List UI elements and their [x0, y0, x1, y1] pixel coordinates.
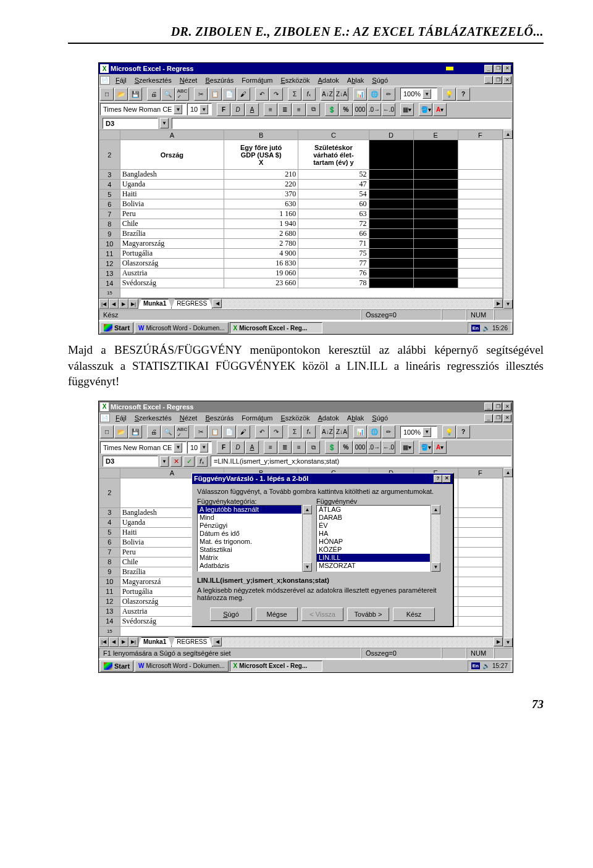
cell[interactable] — [458, 199, 502, 209]
cell[interactable] — [458, 527, 502, 537]
cell[interactable]: 19 060 — [224, 269, 298, 278]
preview-icon[interactable]: 🔍 — [161, 425, 175, 438]
spellcheck-icon[interactable]: ABC✓ — [175, 88, 189, 101]
cell[interactable] — [458, 259, 502, 269]
sort-desc-icon[interactable]: Z↓A — [335, 88, 348, 101]
close-button[interactable]: ✕ — [503, 403, 511, 411]
chart-icon[interactable]: 📊 — [353, 88, 367, 101]
taskbar-word[interactable]: WMicrosoft Word - Dokumen... — [135, 661, 229, 672]
menu-window[interactable]: Ablak — [343, 413, 368, 423]
cell[interactable] — [413, 239, 458, 249]
scroll-up-icon[interactable]: ▲ — [431, 505, 440, 514]
preview-icon[interactable]: 🔍 — [161, 88, 175, 101]
cell[interactable]: Svédország — [120, 278, 224, 288]
tipwizard-icon[interactable]: 💡 — [442, 425, 456, 438]
namebox-drop-icon[interactable]: ▼ — [160, 118, 169, 128]
cell[interactable] — [413, 170, 458, 180]
row-header[interactable]: 14 — [99, 616, 120, 626]
cell[interactable]: 63 — [298, 209, 369, 219]
new-icon[interactable]: □ — [100, 88, 114, 101]
col-c[interactable]: C — [298, 130, 369, 140]
menu-data[interactable]: Adatok — [314, 413, 343, 423]
workbook-icon[interactable]: 📄 — [100, 414, 110, 422]
cell[interactable]: 60 — [298, 199, 369, 209]
paste-icon[interactable]: 📄 — [222, 88, 236, 101]
doc-restore-button[interactable]: ❐ — [494, 414, 502, 422]
sheet-tab[interactable]: REGRESS — [171, 637, 212, 647]
scroll-left-icon[interactable]: ◀ — [212, 299, 222, 308]
align-center-icon[interactable]: ≣ — [278, 103, 292, 116]
cell[interactable] — [458, 219, 502, 229]
cell[interactable] — [369, 229, 413, 239]
zoom-combo[interactable]: 100%▼ — [400, 426, 437, 438]
cell[interactable] — [458, 140, 502, 170]
inc-dec-icon[interactable]: .0→ — [368, 441, 381, 454]
sheet-tab[interactable]: Munka1 — [138, 637, 172, 647]
kb-layout-icon[interactable]: En — [471, 325, 480, 332]
row-header[interactable]: 11 — [99, 249, 120, 259]
speaker-icon[interactable]: 🔊 — [482, 662, 490, 669]
formatpainter-icon[interactable]: 🖌 — [237, 425, 250, 438]
cell[interactable] — [458, 170, 502, 180]
function-icon[interactable]: fₓ — [302, 425, 316, 438]
row-header[interactable]: 14 — [99, 278, 120, 288]
cell[interactable]: Bangladesh — [120, 170, 224, 180]
cell[interactable]: 16 830 — [224, 259, 298, 269]
cell[interactable] — [369, 278, 413, 288]
system-tray[interactable]: En 🔊 15:27 — [468, 661, 511, 672]
maximize-button[interactable]: ❐ — [494, 65, 502, 73]
fontcolor-icon[interactable]: A▾ — [433, 441, 447, 454]
menu-tools[interactable]: Eszközök — [277, 413, 313, 423]
cell[interactable] — [369, 259, 413, 269]
scroll-left-icon[interactable]: ◀ — [212, 637, 222, 646]
cell[interactable] — [458, 229, 502, 239]
autosum-icon[interactable]: Σ — [288, 88, 301, 101]
menu-tools[interactable]: Eszközök — [277, 75, 313, 85]
print-icon[interactable]: 🖨 — [147, 425, 161, 438]
cell[interactable]: Ausztria — [120, 269, 224, 278]
zoom-combo[interactable]: 100%▼ — [400, 88, 437, 100]
row-header[interactable]: 9 — [99, 229, 120, 239]
maximize-button[interactable]: ❐ — [494, 403, 502, 411]
cell[interactable]: 76 — [298, 269, 369, 278]
open-icon[interactable]: 📂 — [114, 425, 128, 438]
align-left-icon[interactable]: ≡ — [264, 103, 277, 116]
cell[interactable] — [369, 170, 413, 180]
menu-insert[interactable]: Beszúrás — [201, 413, 237, 423]
start-button[interactable]: Start — [100, 322, 133, 333]
list-item[interactable]: Mind — [198, 514, 301, 522]
save-icon[interactable]: 💾 — [128, 425, 142, 438]
cell[interactable] — [413, 199, 458, 209]
cell[interactable] — [369, 209, 413, 219]
name-box[interactable]: D3 — [103, 456, 158, 467]
menu-help[interactable]: Súgó — [368, 413, 392, 423]
sort-desc-icon[interactable]: Z↓A — [335, 425, 348, 438]
open-icon[interactable]: 📂 — [114, 88, 128, 101]
menu-file[interactable]: Fájl — [112, 413, 130, 423]
scroll-down-icon[interactable]: ▼ — [431, 562, 440, 572]
menu-window[interactable]: Ablak — [343, 75, 368, 85]
scroll-up-icon[interactable]: ▲ — [303, 505, 312, 514]
namebox-drop-icon[interactable]: ▼ — [160, 456, 169, 467]
bold-icon[interactable]: F — [217, 103, 230, 116]
cell[interactable]: Bolivia — [120, 199, 224, 209]
underline-icon[interactable]: A — [245, 441, 259, 454]
cell[interactable]: Ország — [120, 140, 224, 170]
merge-center-icon[interactable]: ⧉ — [306, 103, 320, 116]
cancel-button[interactable]: Mégse — [256, 607, 298, 621]
scroll-down-icon[interactable]: ▼ — [503, 638, 513, 647]
help-button[interactable]: Súgó — [210, 607, 252, 621]
currency-icon[interactable]: 💲 — [325, 103, 339, 116]
cell[interactable]: 75 — [298, 249, 369, 259]
doc-minimize-button[interactable]: _ — [484, 76, 493, 84]
cell[interactable]: 78 — [298, 278, 369, 288]
tab-last-icon[interactable]: ▶| — [128, 299, 138, 309]
menu-format[interactable]: Formátum — [238, 75, 276, 85]
row-header[interactable]: 5 — [99, 190, 120, 199]
row-header[interactable]: 2 — [99, 478, 120, 507]
list-item[interactable]: ÁTLAG — [317, 506, 430, 514]
cell[interactable]: Portugália — [120, 249, 224, 259]
cell[interactable] — [413, 259, 458, 269]
italic-icon[interactable]: D — [231, 441, 245, 454]
cell[interactable]: 370 — [224, 190, 298, 199]
